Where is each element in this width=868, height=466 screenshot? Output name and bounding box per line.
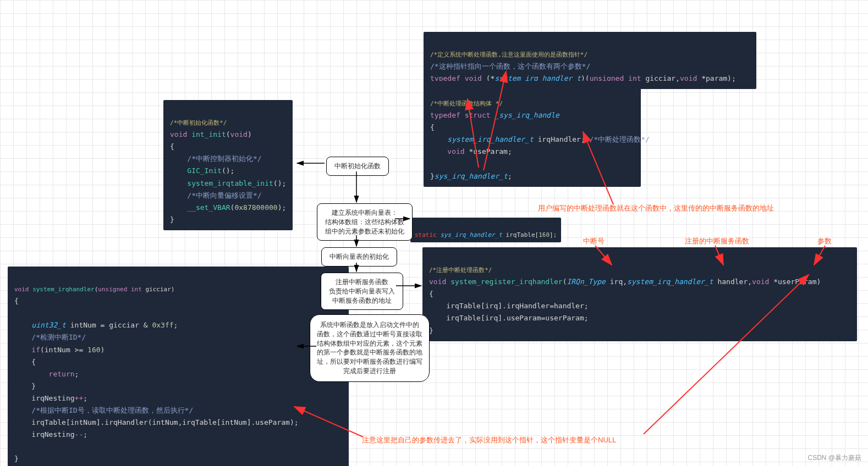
brace: { [14,297,19,305]
code: ]; [550,231,557,238]
codebox-int-init: /*中断初始化函数*/ void int_init(void) { /*中断控制… [163,100,293,230]
code: irqTable[intNum].irqHandler(intNum,irqTa… [14,418,299,426]
fn: int_init [191,130,226,138]
kw: typedef [430,111,460,119]
kw: if [14,346,40,354]
var: irqNesting [14,394,75,402]
fn: system_register_irqhandler [451,278,563,286]
var: irqHandler; [538,135,585,143]
code: irqTable[irq].useParam=userParam; [429,314,589,322]
fn: GIC_Init [170,167,222,175]
var: *userParam) [773,278,821,286]
comment: /*根据中断ID号，读取中断处理函数，然后执行*/ [14,406,193,414]
brace: { [14,358,36,366]
fn: system_irqtable_init [170,179,273,187]
kw: void [752,278,769,286]
flow-register: 注册中断服务函数 负责给中断向量表写入 中断服务函数的地址 [321,273,403,310]
op: -- [75,430,84,439]
kw: void [14,286,29,293]
var: gicciar, [645,74,680,82]
codebox-irqtable-array: static sys_irq_handler_t irqTable[160]; [410,218,561,242]
paren: ) [101,346,105,354]
kw: struct [465,111,491,119]
semi: ; [83,394,87,402]
type: sys_irq_handler_t [435,172,508,180]
var: irq, [610,278,627,286]
kw: int [131,286,142,293]
kw: void [170,130,187,138]
comment: /*检测中断ID*/ [14,333,86,341]
brace: { [170,142,174,151]
var: *useParam; [469,147,512,156]
num: 0x87800000 [234,203,277,212]
codebox-system-irqhandler: void system_irqhandler(unsigned int gicc… [8,267,349,466]
comment: /*定义系统中断处理函数,注意这里面使用的是函数指针*/ [430,51,587,58]
codebox-register-handler: /*注册中断处理函数*/ void system_register_irqhan… [422,247,857,341]
semi: ; [75,370,79,378]
kw: return [14,370,75,378]
kw: void [430,147,465,156]
num: 0x3ff [152,321,173,329]
kw: unsigned [98,286,127,293]
brace: } [14,382,36,390]
code: *param); [701,74,736,82]
type: system_irq_handler_t [430,135,534,143]
semi: ; [174,321,178,329]
code: (); [273,179,286,187]
anno-reg-fn: 注册的中断服务函数 [685,236,749,246]
brace: } [430,172,435,180]
anno-user-handler: 用户编写的中断处理函数就在这个函数中，这里传的的中断服务函数的地址 [538,203,774,213]
brace: } [14,454,19,463]
anno-irqnum: 中断号 [583,236,605,246]
code: intNum = gicciar & [70,321,148,329]
semi: ; [508,172,512,180]
comment: /*中断初始化函数*/ [170,119,227,126]
comment: /*中断控制器初始化*/ [170,154,262,163]
kw: void [680,74,697,82]
var: handler, [717,278,752,286]
brace: } [170,215,174,224]
var: irqNesting [14,430,75,439]
type: system_irq_handler_t [627,278,713,286]
num: 160 [87,346,100,354]
comment: /*中断向量偏移设置*/ [170,191,262,199]
kw: void [230,130,248,138]
brace: { [429,290,433,298]
code: (intNum >= [40,346,83,354]
op: ++ [75,394,84,402]
brace: } [429,326,433,335]
code: irqTable[irq].irqHandler=handler; [429,302,589,310]
var: irqTable[ [506,231,539,238]
semi: ; [83,430,87,439]
comment: /*中断处理函数结构体 */ [430,100,503,107]
anno-null-ptr: 注意这里把自己的参数传进去了，实际没用到这个指针，这个指针变量是个NULL [362,435,616,445]
kw: void [429,278,446,286]
paren: ) [248,130,252,138]
footer-credit: CSDN @暴力蘑菇 [807,453,861,463]
flow-build-table: 建立系统中断向量表： 结构体数组：这些结构体数 组中的元素参数还未初始化 [317,203,413,241]
var: gicciar) [145,286,174,293]
kw: static [415,231,437,238]
code: ); [278,203,287,212]
comment: /*注册中断处理函数*/ [429,267,492,274]
type: uint32_t [14,321,66,329]
comment: /*这种指针指向一个函数，这个函数有两个参数*/ [430,62,590,70]
fn: __set_VBAR [170,203,230,212]
type: _sys_irq_handle [495,111,559,119]
flow-init-table: 中断向量表的初始化 [321,247,397,267]
fn: system_irqhandler [32,286,95,293]
paren: ( [226,130,230,138]
num: 160 [539,231,550,238]
codebox-struct: /*中断处理函数结构体 */ typedef struct _sys_irq_h… [424,81,641,187]
type: IRQn_Type [567,278,605,286]
comment: /*中断处理函数*/ [590,135,650,143]
code: (); [222,167,234,175]
flow-init: 中断初始化函数 [326,157,389,176]
anno-param: 参数 [817,236,832,246]
brace: { [430,123,435,131]
flow-system-handler: 系统中断函数是放入启动文件中的 函数，这个函数通过中断号直接读取 结构体数组中对… [310,314,430,382]
type: sys_irq_handler_t [440,231,502,238]
